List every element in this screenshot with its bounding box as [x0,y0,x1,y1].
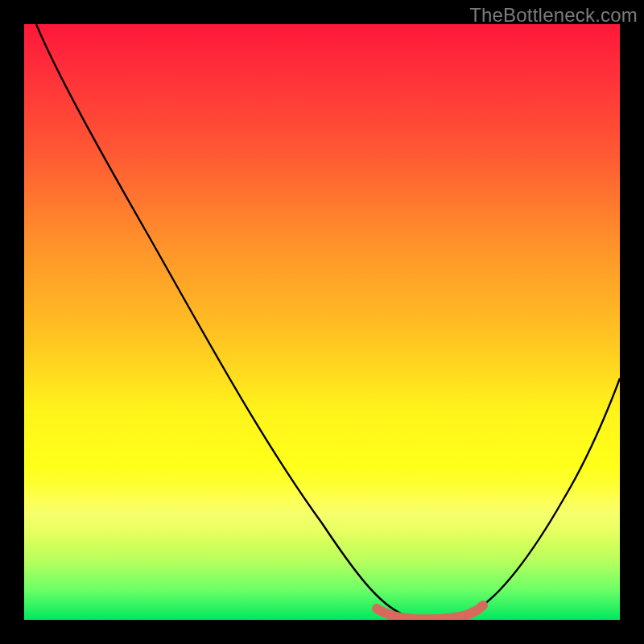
curve-layer [24,24,620,620]
watermark-text: TheBottleneck.com [469,4,638,27]
bottleneck-curve [36,24,620,618]
flat-region-marker [377,605,483,619]
chart-frame: TheBottleneck.com [0,0,644,644]
plot-area [24,24,620,620]
